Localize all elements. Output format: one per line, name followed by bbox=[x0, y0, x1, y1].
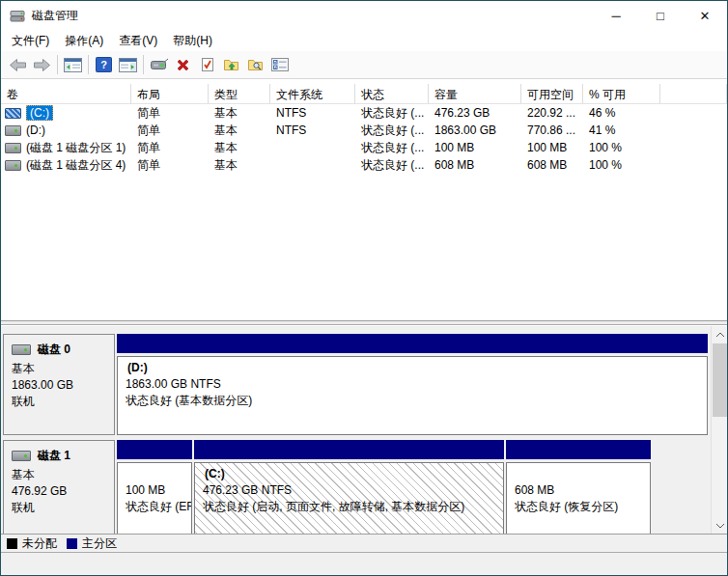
scrollbar-thumb[interactable] bbox=[713, 343, 727, 417]
back-icon[interactable] bbox=[6, 53, 30, 76]
partition-header-bar bbox=[117, 440, 192, 459]
menu-view[interactable]: 查看(V) bbox=[111, 30, 165, 52]
minimize-button[interactable]: ─ bbox=[594, 1, 638, 30]
volume-free-space: 100 MB bbox=[521, 141, 583, 154]
volume-list: 卷 布局 类型 文件系统 状态 容量 可用空间 % 可用 (C:) 简单 基本 … bbox=[1, 79, 727, 320]
menu-action[interactable]: 操作(A) bbox=[57, 30, 111, 52]
partition-c[interactable]: (C:) 476.23 GB NTFS 状态良好 (启动, 页面文件, 故障转储… bbox=[194, 440, 504, 534]
column-header-filesystem[interactable]: 文件系统 bbox=[270, 84, 355, 103]
column-header-type[interactable]: 类型 bbox=[209, 84, 270, 103]
folder-search-icon[interactable] bbox=[243, 53, 267, 76]
window-controls: ─ □ ✕ bbox=[594, 1, 727, 30]
console-tree-icon[interactable] bbox=[61, 53, 85, 76]
volume-layout: 简单 bbox=[131, 123, 209, 139]
partition-title: (D:) bbox=[126, 360, 705, 376]
help-icon[interactable]: ? bbox=[92, 53, 116, 76]
document-check-icon[interactable] bbox=[195, 53, 219, 76]
close-button[interactable]: ✕ bbox=[683, 1, 727, 30]
maximize-button[interactable]: □ bbox=[638, 1, 683, 30]
drive-icon bbox=[5, 125, 21, 136]
volume-status: 状态良好 (... bbox=[355, 140, 429, 156]
volume-name: (磁盘 1 磁盘分区 4) bbox=[26, 157, 126, 174]
legend-label: 未分配 bbox=[22, 535, 57, 552]
scroll-down-icon[interactable] bbox=[712, 517, 727, 534]
vertical-scrollbar[interactable] bbox=[711, 326, 727, 534]
legend-unallocated: 未分配 bbox=[7, 535, 57, 552]
disk-type: 基本 bbox=[12, 467, 106, 483]
checklist-icon[interactable] bbox=[267, 53, 292, 76]
forward-icon[interactable] bbox=[30, 53, 54, 76]
drive-icon bbox=[5, 108, 21, 119]
volume-pct-free: 100 % bbox=[583, 158, 660, 172]
disk-name: 磁盘 0 bbox=[38, 342, 70, 358]
menu-help[interactable]: 帮助(H) bbox=[165, 30, 220, 52]
column-header-filler bbox=[660, 84, 727, 103]
partition-efi[interactable]: 100 MB 状态良好 (EFI 系 bbox=[117, 440, 192, 534]
volume-free-space: 220.92 ... bbox=[521, 106, 583, 120]
device-icon[interactable] bbox=[147, 53, 171, 76]
disk-management-window: 磁盘管理 ─ □ ✕ 文件(F) 操作(A) 查看(V) 帮助(H) bbox=[0, 0, 728, 576]
disk-1-header[interactable]: 磁盘 1 基本 476.92 GB 联机 bbox=[3, 440, 115, 534]
partition-info: 1863.00 GB NTFS bbox=[126, 376, 705, 393]
partition-status: 状态良好 (恢复分区) bbox=[515, 499, 648, 515]
volume-type: 基本 bbox=[209, 157, 270, 174]
volume-status: 状态良好 (... bbox=[355, 157, 429, 174]
volume-type: 基本 bbox=[209, 105, 270, 122]
toolbar: ? bbox=[1, 51, 727, 79]
column-header-capacity[interactable]: 容量 bbox=[429, 84, 521, 103]
toolbar-separator bbox=[143, 55, 144, 74]
legend-bar: 未分配 主分区 bbox=[1, 534, 727, 552]
action-pane-icon[interactable] bbox=[116, 53, 140, 76]
volume-row-d[interactable]: (D:) 简单 基本 NTFS 状态良好 (... 1863.00 GB 770… bbox=[1, 122, 727, 139]
volume-filesystem: NTFS bbox=[270, 123, 355, 137]
partition-header-bar bbox=[194, 440, 504, 459]
partition-title bbox=[515, 466, 648, 482]
volume-row-c[interactable]: (C:) 简单 基本 NTFS 状态良好 (... 476.23 GB 220.… bbox=[1, 104, 727, 122]
disk-0-strip: (D:) 1863.00 GB NTFS 状态良好 (基本数据分区) bbox=[117, 334, 708, 435]
partition-d[interactable]: (D:) 1863.00 GB NTFS 状态良好 (基本数据分区) bbox=[117, 334, 708, 435]
unallocated-color-swatch bbox=[7, 538, 17, 549]
volume-row-partition4[interactable]: (磁盘 1 磁盘分区 4) 简单 基本 状态良好 (... 608 MB 608… bbox=[1, 156, 727, 174]
column-header-free-space[interactable]: 可用空间 bbox=[521, 84, 583, 103]
partition-status: 状态良好 (基本数据分区) bbox=[126, 393, 705, 409]
volume-capacity: 1863.00 GB bbox=[429, 123, 521, 137]
volume-status: 状态良好 (... bbox=[355, 105, 429, 122]
statusbar bbox=[1, 552, 727, 575]
drive-icon bbox=[5, 160, 21, 171]
volume-type: 基本 bbox=[209, 140, 270, 156]
menubar: 文件(F) 操作(A) 查看(V) 帮助(H) bbox=[1, 30, 727, 51]
volume-name: (C:) bbox=[26, 105, 53, 121]
disk-0-header[interactable]: 磁盘 0 基本 1863.00 GB 联机 bbox=[3, 334, 115, 435]
volume-free-space: 608 MB bbox=[521, 158, 583, 172]
volume-layout: 简单 bbox=[131, 140, 209, 156]
folder-up-icon[interactable] bbox=[219, 53, 243, 76]
volume-row-partition1[interactable]: (磁盘 1 磁盘分区 1) 简单 基本 状态良好 (... 100 MB 100… bbox=[1, 139, 727, 156]
delete-volume-icon[interactable] bbox=[171, 53, 195, 76]
volume-capacity: 100 MB bbox=[429, 141, 521, 154]
disk-status: 联机 bbox=[12, 500, 106, 516]
column-header-volume[interactable]: 卷 bbox=[1, 84, 131, 103]
scroll-up-icon[interactable] bbox=[712, 326, 727, 343]
disk-1-strip: 100 MB 状态良好 (EFI 系 (C:) 476.23 GB NTFS 状… bbox=[117, 440, 708, 534]
legend-primary-partition: 主分区 bbox=[67, 535, 117, 552]
menu-file[interactable]: 文件(F) bbox=[4, 30, 57, 52]
panel-splitter[interactable] bbox=[1, 320, 727, 325]
graphical-view: 磁盘 0 基本 1863.00 GB 联机 (D:) 1863.00 GB NT… bbox=[1, 326, 727, 534]
column-header-layout[interactable]: 布局 bbox=[131, 84, 209, 103]
disk-icon bbox=[12, 344, 31, 355]
partition-recovery[interactable]: 608 MB 状态良好 (恢复分区) bbox=[506, 440, 651, 534]
toolbar-separator bbox=[88, 55, 89, 74]
window-title: 磁盘管理 bbox=[32, 8, 78, 24]
disk-icon bbox=[12, 451, 31, 461]
volume-pct-free: 46 % bbox=[583, 106, 660, 120]
volume-capacity: 608 MB bbox=[429, 158, 521, 172]
disk-name: 磁盘 1 bbox=[38, 448, 70, 464]
volume-pct-free: 100 % bbox=[583, 141, 660, 154]
partition-info: 100 MB bbox=[126, 482, 189, 499]
primary-partition-color-swatch bbox=[67, 538, 77, 549]
column-header-status[interactable]: 状态 bbox=[355, 84, 429, 103]
column-header-pct-free[interactable]: % 可用 bbox=[583, 84, 660, 103]
disk-size: 476.92 GB bbox=[12, 483, 106, 500]
partition-info: 608 MB bbox=[515, 482, 648, 499]
partition-status: 状态良好 (EFI 系 bbox=[126, 499, 189, 515]
